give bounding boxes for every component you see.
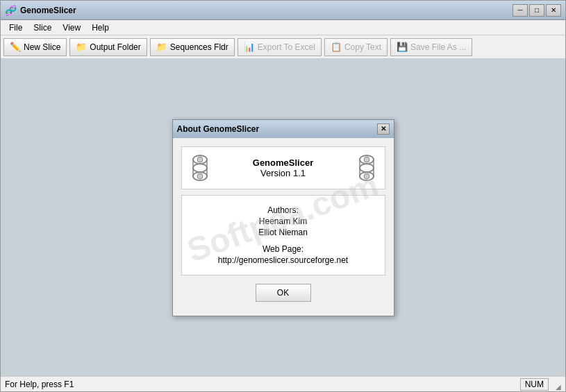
dialog-overlay: About GenomeSlicer ✕ bbox=[1, 59, 565, 376]
output-folder-label: Output Folder bbox=[90, 42, 140, 52]
new-slice-icon: ✏️ bbox=[10, 42, 21, 52]
dialog-version: Version 1.1 bbox=[253, 168, 313, 178]
dna-icon-right bbox=[356, 154, 378, 182]
dialog-authors: Heenam Kim Elliot Nieman bbox=[190, 216, 376, 237]
minimize-button[interactable]: ─ bbox=[513, 4, 528, 17]
dialog-header-section: GenomeSlicer Version 1.1 bbox=[181, 146, 385, 189]
menu-view[interactable]: View bbox=[57, 22, 86, 34]
help-text: For Help, press F1 bbox=[5, 380, 74, 389]
new-slice-label: New Slice bbox=[24, 42, 60, 52]
output-folder-icon: 📁 bbox=[76, 42, 87, 52]
app-icon: 🧬 bbox=[5, 5, 16, 16]
webpage-url: http://genomeslicer.sourceforge.net bbox=[190, 255, 376, 265]
menu-slice[interactable]: Slice bbox=[28, 22, 57, 34]
copy-text-button: 📋 Copy Text bbox=[324, 38, 388, 56]
num-indicator: NUM bbox=[520, 378, 549, 391]
main-content: Softpea.com About GenomeSlicer ✕ bbox=[1, 59, 565, 376]
output-folder-button[interactable]: 📁 Output Folder bbox=[69, 38, 147, 56]
authors-label: Authors: bbox=[190, 205, 376, 215]
export-excel-icon: 📊 bbox=[244, 42, 255, 52]
save-file-label: Save File As ... bbox=[410, 42, 466, 52]
new-slice-button[interactable]: ✏️ New Slice bbox=[3, 38, 67, 56]
webpage-label: Web Page: bbox=[190, 244, 376, 254]
export-excel-button: 📊 Export To Excel bbox=[238, 38, 322, 56]
app-info: GenomeSlicer Version 1.1 bbox=[253, 157, 313, 178]
status-bar: For Help, press F1 NUM ◢ bbox=[1, 376, 565, 391]
window-title: GenomeSlicer bbox=[20, 6, 76, 15]
svg-point-13 bbox=[364, 173, 369, 179]
copy-text-icon: 📋 bbox=[331, 42, 342, 52]
close-button[interactable]: ✕ bbox=[546, 4, 561, 17]
dialog-close-button[interactable]: ✕ bbox=[377, 123, 390, 135]
author-1: Heenam Kim bbox=[190, 216, 376, 226]
title-bar-left: 🧬 GenomeSlicer bbox=[5, 5, 76, 16]
svg-point-5 bbox=[197, 157, 203, 162]
svg-point-12 bbox=[364, 157, 369, 162]
main-window: 🧬 GenomeSlicer ─ □ ✕ File Slice View Hel… bbox=[0, 0, 566, 392]
export-excel-label: Export To Excel bbox=[258, 42, 315, 52]
menu-bar: File Slice View Help bbox=[1, 20, 565, 35]
menu-file[interactable]: File bbox=[3, 22, 28, 34]
resize-indicator: ◢ bbox=[550, 378, 561, 391]
svg-point-1 bbox=[193, 164, 207, 172]
dialog-footer: OK bbox=[181, 281, 385, 307]
author-2: Elliot Nieman bbox=[190, 228, 376, 237]
sequences-folder-button[interactable]: 📁 Sequences Fldr bbox=[150, 38, 235, 56]
dialog-content: GenomeSlicer Version 1.1 bbox=[173, 138, 394, 316]
dialog-body-section: Authors: Heenam Kim Elliot Nieman Web Pa… bbox=[181, 195, 385, 275]
dialog-app-name: GenomeSlicer bbox=[253, 157, 313, 168]
status-right: NUM ◢ bbox=[520, 378, 561, 391]
copy-text-label: Copy Text bbox=[344, 42, 381, 52]
dialog-title-bar: About GenomeSlicer ✕ bbox=[173, 120, 394, 138]
dna-icon-left bbox=[189, 154, 211, 182]
title-bar-controls: ─ □ ✕ bbox=[513, 4, 561, 17]
save-file-button: 💾 Save File As ... bbox=[390, 38, 472, 56]
sequences-folder-label: Sequences Fldr bbox=[170, 42, 228, 52]
title-bar: 🧬 GenomeSlicer ─ □ ✕ bbox=[1, 1, 565, 20]
svg-point-8 bbox=[360, 164, 374, 172]
save-file-icon: 💾 bbox=[397, 42, 408, 52]
svg-point-6 bbox=[197, 173, 203, 179]
toolbar: ✏️ New Slice 📁 Output Folder 📁 Sequences… bbox=[1, 35, 565, 59]
about-dialog: About GenomeSlicer ✕ bbox=[172, 119, 394, 316]
ok-button[interactable]: OK bbox=[256, 284, 311, 302]
dialog-title: About GenomeSlicer bbox=[177, 124, 260, 134]
maximize-button[interactable]: □ bbox=[529, 4, 544, 17]
menu-help[interactable]: Help bbox=[86, 22, 115, 34]
sequences-folder-icon: 📁 bbox=[156, 42, 167, 52]
